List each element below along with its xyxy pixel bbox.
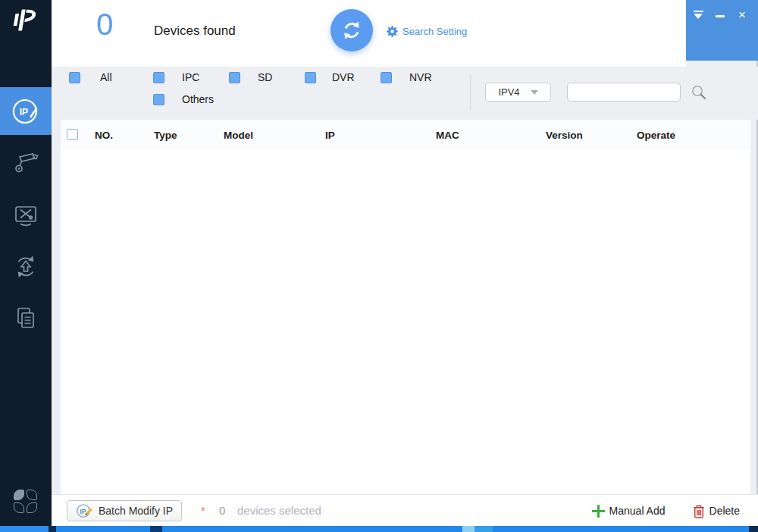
filter-label-nvr[interactable]: NVR	[409, 71, 432, 83]
filter-checkbox-sd[interactable]	[229, 72, 240, 83]
trash-icon	[693, 504, 705, 518]
delete-button[interactable]: Delete	[693, 504, 740, 518]
sidebar-item-documents[interactable]	[0, 300, 52, 336]
col-header-version: Version	[546, 130, 583, 141]
brand-logo-icon	[11, 6, 41, 36]
col-header-type: Type	[154, 130, 177, 141]
protocol-select-value: IPV4	[498, 86, 519, 98]
filter-separator	[470, 74, 471, 111]
sidebar-item-ip-config[interactable]: IP	[0, 87, 52, 135]
selected-count: 0	[219, 504, 225, 517]
selected-label: devices selected	[237, 504, 321, 517]
batch-modify-ip-label: Batch Modify IP	[99, 505, 173, 517]
sidebar-item-system-tools[interactable]	[0, 197, 52, 233]
col-header-no: NO.	[95, 130, 113, 141]
col-header-mac: MAC	[436, 130, 459, 141]
close-icon: ×	[738, 8, 746, 21]
col-header-ip: IP	[325, 130, 335, 141]
sidebar-item-camera-config[interactable]	[0, 146, 52, 180]
plus-icon	[592, 505, 605, 518]
taskbar-strip	[0, 526, 758, 532]
search-icon[interactable]	[691, 84, 707, 101]
filter-label-others[interactable]: Others	[182, 93, 214, 105]
config-tool-window: IP	[0, 0, 758, 532]
device-table: NO. Type Model IP MAC Version Operate	[61, 120, 750, 494]
camera-config-icon	[11, 148, 41, 178]
titlebar: ×	[686, 0, 758, 61]
refresh-button[interactable]	[330, 9, 373, 52]
filter-checkbox-dvr[interactable]	[305, 72, 316, 83]
close-button[interactable]: ×	[735, 8, 750, 21]
svg-text:IP: IP	[80, 508, 86, 515]
device-count: 0	[96, 8, 113, 42]
svg-text:IP: IP	[20, 107, 29, 117]
search-setting-label: Search Setting	[402, 26, 467, 37]
collapse-menu-button[interactable]	[691, 8, 706, 21]
documents-icon	[11, 303, 41, 333]
gear-icon	[386, 25, 399, 38]
footer: IP Batch Modify IP * 0 devices selected …	[52, 494, 758, 526]
filter-checkbox-ipc[interactable]	[153, 72, 164, 83]
filter-label-dvr[interactable]: DVR	[332, 71, 355, 83]
upgrade-icon	[11, 252, 41, 282]
chevron-down-icon	[531, 90, 538, 95]
sidebar-item-upgrade[interactable]	[0, 249, 52, 285]
search-input[interactable]	[567, 83, 681, 102]
sidebar-item-apps[interactable]	[14, 490, 38, 514]
select-all-checkbox[interactable]	[67, 129, 78, 140]
minimize-button[interactable]	[713, 8, 728, 21]
page-title: Devices found	[154, 23, 236, 39]
batch-modify-ip-button[interactable]: IP Batch Modify IP	[67, 500, 182, 521]
required-marker: *	[201, 504, 205, 517]
table-header-row: NO. Type Model IP MAC Version Operate	[61, 120, 750, 150]
protocol-select[interactable]: IPV4	[485, 83, 551, 102]
search-setting-button[interactable]: Search Setting	[386, 25, 467, 38]
manual-add-label: Manual Add	[609, 505, 666, 517]
sidebar: IP	[0, 0, 52, 526]
filter-checkbox-others[interactable]	[153, 94, 164, 105]
minimize-icon	[716, 15, 725, 17]
ip-config-icon: IP	[11, 96, 41, 127]
filter-bar: All IPC SD DVR NVR Others IPV4	[52, 67, 758, 120]
refresh-icon	[340, 18, 364, 42]
filter-checkbox-nvr[interactable]	[381, 72, 392, 83]
apps-clover-icon	[14, 490, 24, 500]
collapse-icon	[694, 11, 703, 19]
filter-label-all[interactable]: All	[100, 71, 112, 83]
filter-label-ipc[interactable]: IPC	[182, 71, 199, 83]
filter-checkbox-all[interactable]	[69, 72, 80, 83]
ip-edit-icon: IP	[76, 502, 94, 519]
col-header-operate: Operate	[637, 130, 675, 141]
filter-label-sd[interactable]: SD	[258, 71, 272, 83]
col-header-model: Model	[224, 130, 253, 141]
delete-label: Delete	[709, 505, 740, 517]
manual-add-button[interactable]: Manual Add	[592, 505, 666, 518]
table-body-empty	[61, 150, 750, 494]
system-tools-icon	[11, 200, 41, 230]
